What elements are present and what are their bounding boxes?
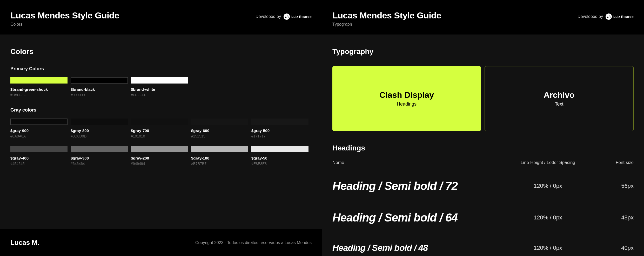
swatch-gray-700: $gray-700 #101010 <box>131 119 188 138</box>
swatch-hex: #000000 <box>71 93 128 97</box>
font-name: Clash Display <box>379 90 434 100</box>
swatch-name: $gray-700 <box>131 128 188 133</box>
developed-by-block: Developed by LR Luiz Ricardo <box>256 13 312 20</box>
colors-section-title: Colors <box>10 47 312 56</box>
swatch-hex: #949494 <box>131 162 188 166</box>
developed-by-label: Developed by <box>256 14 281 19</box>
swatch-color <box>191 146 248 152</box>
swatch-hex: #FFFFFF <box>131 93 188 97</box>
heading-lineheight: 120% / 0px <box>509 183 587 189</box>
header-left: Lucas Mendes Style Guide Colors Develope… <box>0 0 322 34</box>
heading-fontsize: 40px <box>587 245 634 251</box>
swatch-name: $gray-50 <box>251 156 308 160</box>
col-header-lineheight: Line Height / Letter Spacing <box>509 160 587 165</box>
swatch-color <box>10 77 68 84</box>
swatch-brand-green-shock: $brand-green-shock #D5FF3F <box>10 77 68 97</box>
swatch-hex: #0A0A0A <box>10 134 68 138</box>
swatch-color <box>131 146 188 152</box>
font-name: Archivo <box>544 90 574 100</box>
swatch-brand-black: $brand-black #000000 <box>71 77 128 97</box>
swatch-gray-600: $gray-600 #151515 <box>191 119 248 138</box>
heading-sample: Heading / Semi bold / 48 <box>332 243 509 253</box>
swatch-gray-200: $gray-200 #949494 <box>131 146 188 166</box>
heading-row-48: Heading / Semi bold / 48 120% / 0px 40px <box>332 233 634 256</box>
swatch-hex: #0D0D0D <box>71 134 128 138</box>
swatch-name: $gray-200 <box>131 156 188 160</box>
swatch-gray-500: $gray-500 #171717 <box>251 119 308 138</box>
heading-fontsize: 48px <box>587 214 634 221</box>
swatch-gray-300: $gray-300 #646464 <box>71 146 128 166</box>
swatch-color <box>251 119 308 125</box>
footer-copyright: Copyright 2023 - Todos os direitos reser… <box>195 240 312 245</box>
swatch-color <box>71 119 128 125</box>
swatch-gray-800: $gray-800 #0D0D0D <box>71 119 128 138</box>
page-title: Lucas Mendes Style Guide <box>332 10 441 20</box>
col-header-fontsize: Font size <box>587 160 634 165</box>
page-subtitle: Colors <box>10 22 119 27</box>
colors-panel: Lucas Mendes Style Guide Colors Develope… <box>0 0 322 256</box>
page-title: Lucas Mendes Style Guide <box>10 10 119 20</box>
colors-content: Colors Primary Colors $brand-green-shock… <box>0 34 322 229</box>
swatch-hex: #D5FF3F <box>10 93 68 97</box>
swatch-name: $gray-300 <box>71 156 128 160</box>
author-badge: LR Luiz Ricardo <box>284 13 312 20</box>
swatch-hex: #B7B7B7 <box>191 162 248 166</box>
author-badge: LR Luiz Ricardo <box>606 13 634 20</box>
heading-row-72: Heading / Semi bold / 72 120% / 0px 56px <box>332 170 634 202</box>
font-card-clash-display: Clash Display Headings <box>332 66 481 131</box>
swatch-hex: #454545 <box>10 162 68 166</box>
swatch-gray-100: $gray-100 #B7B7B7 <box>191 146 248 166</box>
font-role: Text <box>555 101 563 107</box>
swatch-color <box>131 77 188 84</box>
font-cards: Clash Display Headings Archivo Text <box>332 66 634 131</box>
col-header-name: Nome <box>332 160 509 165</box>
primary-colors-title: Primary Colors <box>10 66 312 72</box>
swatch-name: $gray-500 <box>251 128 308 133</box>
swatch-name: $gray-100 <box>191 156 248 160</box>
swatch-color <box>71 77 128 84</box>
swatch-name: $brand-black <box>71 87 128 92</box>
swatch-color <box>131 119 188 125</box>
swatch-hex: #171717 <box>251 134 308 138</box>
swatch-color <box>10 119 68 125</box>
typography-panel: Lucas Mendes Style Guide Typograph Devel… <box>322 0 644 256</box>
author-name: Luiz Ricardo <box>613 15 634 19</box>
header-title-block: Lucas Mendes Style Guide Colors <box>10 10 119 27</box>
header-right: Lucas Mendes Style Guide Typograph Devel… <box>322 0 644 34</box>
swatch-brand-white: $brand-white #FFFFFF <box>131 77 188 97</box>
swatch-color <box>191 119 248 125</box>
primary-colors-row: $brand-green-shock #D5FF3F $brand-black … <box>10 77 312 97</box>
headings-table-header: Nome Line Height / Letter Spacing Font s… <box>332 160 634 170</box>
author-initials-icon: LR <box>284 13 290 20</box>
swatch-name: $gray-800 <box>71 128 128 133</box>
developed-by-block: Developed by LR Luiz Ricardo <box>578 13 634 20</box>
heading-sample: Heading / Semi bold / 72 <box>332 179 509 192</box>
page-subtitle: Typograph <box>332 22 441 27</box>
swatch-gray-50: $gray-50 #E8E8E8 <box>251 146 308 166</box>
footer-logo: Lucas M. <box>10 239 39 247</box>
swatch-name: $gray-400 <box>10 156 68 160</box>
swatch-gray-400: $gray-400 #454545 <box>10 146 68 166</box>
swatch-gray-900: $gray-900 #0A0A0A <box>10 119 68 138</box>
swatch-hex: #101010 <box>131 134 188 138</box>
gray-colors-title: Gray colors <box>10 107 312 113</box>
footer: Lucas M. Copyright 2023 - Todos os direi… <box>0 229 322 256</box>
header-title-block: Lucas Mendes Style Guide Typograph <box>332 10 441 27</box>
gray-row-1: $gray-900 #0A0A0A $gray-800 #0D0D0D $gra… <box>10 119 312 138</box>
font-role: Headings <box>397 101 417 107</box>
swatch-color <box>71 146 128 152</box>
heading-fontsize: 56px <box>587 183 634 189</box>
swatch-hex: #646464 <box>71 162 128 166</box>
developed-by-label: Developed by <box>578 14 603 19</box>
swatch-color <box>251 146 308 152</box>
swatch-color <box>10 146 68 152</box>
font-card-archivo: Archivo Text <box>485 66 634 131</box>
swatch-name: $brand-white <box>131 87 188 92</box>
typography-section-title: Typography <box>332 47 634 56</box>
swatch-name: $gray-900 <box>10 128 68 133</box>
heading-lineheight: 120% / 0px <box>509 245 587 251</box>
heading-lineheight: 120% / 0px <box>509 214 587 221</box>
headings-section-title: Headings <box>332 144 634 152</box>
swatch-name: $brand-green-shock <box>10 87 68 92</box>
swatch-hex: #151515 <box>191 134 248 138</box>
